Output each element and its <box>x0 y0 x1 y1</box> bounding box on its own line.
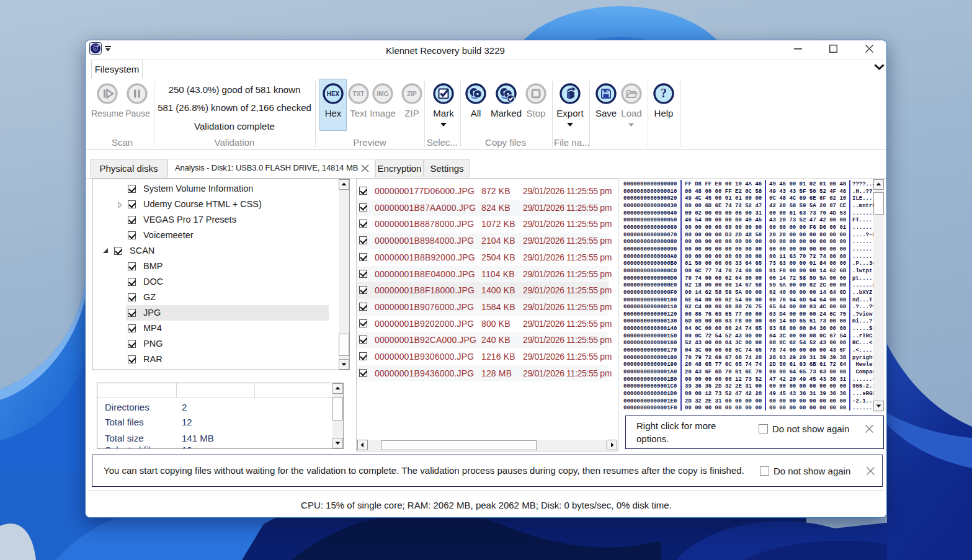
svg-text:?: ? <box>661 86 667 100</box>
svg-text:IMG: IMG <box>377 91 389 97</box>
svg-text:ZIP: ZIP <box>407 91 417 97</box>
svg-text:HEX: HEX <box>327 91 340 97</box>
svg-text:TXT: TXT <box>353 91 365 97</box>
